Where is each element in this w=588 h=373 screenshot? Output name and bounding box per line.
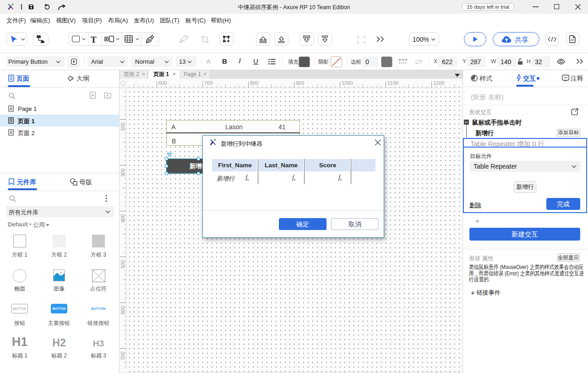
- svg-text:300: 300: [120, 169, 125, 177]
- svg-text:900: 900: [296, 80, 304, 86]
- svg-text:400: 400: [120, 214, 125, 223]
- svg-text:700: 700: [204, 80, 212, 86]
- svg-text:600: 600: [158, 80, 167, 86]
- svg-text:1200: 1200: [433, 80, 444, 86]
- svg-text:700: 700: [120, 352, 125, 360]
- svg-text:1000: 1000: [342, 80, 353, 86]
- svg-text:600: 600: [120, 306, 125, 314]
- svg-text:200: 200: [120, 123, 125, 131]
- svg-text:1100: 1100: [387, 80, 398, 86]
- svg-text:800: 800: [250, 80, 258, 86]
- svg-text:500: 500: [120, 260, 125, 269]
